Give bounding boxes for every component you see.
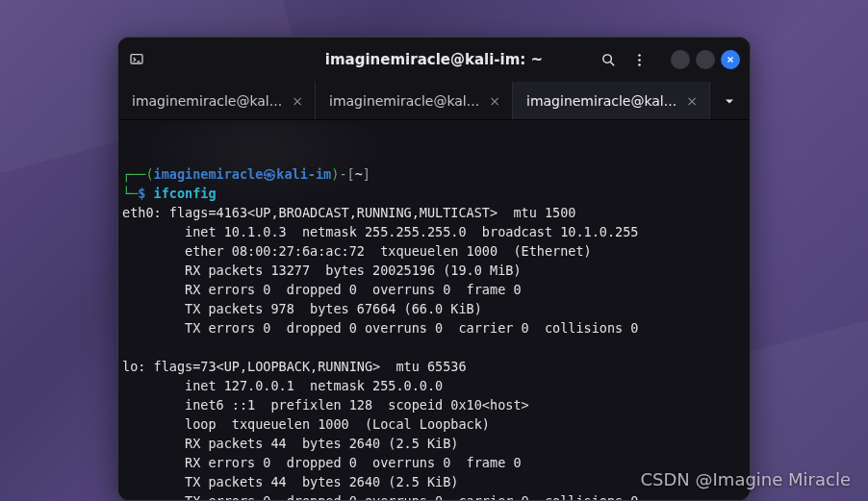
terminal-window: imaginemiracle@kali-im: ~ imaginemiracle…	[117, 37, 751, 501]
output-line: eth0: flags=4163<UP,BROADCAST,RUNNING,MU…	[122, 205, 575, 220]
tab-close-icon[interactable]: ×	[288, 93, 307, 109]
svg-point-2	[638, 54, 641, 57]
prompt-char: $	[138, 186, 145, 201]
output-line: RX packets 13277 bytes 20025196 (19.0 Mi…	[122, 263, 522, 278]
output-line: loop txqueuelen 1000 (Local Loopback)	[122, 416, 490, 432]
tab-3[interactable]: imaginemiracle@kal... ×	[513, 82, 710, 119]
svg-point-3	[638, 59, 641, 62]
minimize-button[interactable]	[671, 50, 690, 69]
new-tab-button[interactable]	[710, 82, 749, 119]
output-line: RX errors 0 dropped 0 overruns 0 frame 0	[122, 455, 522, 470]
svg-rect-0	[131, 55, 142, 63]
output-line: TX packets 44 bytes 2640 (2.5 KiB)	[122, 474, 459, 489]
output-line: inet 10.1.0.3 netmask 255.255.255.0 broa…	[122, 224, 638, 239]
tab-close-icon[interactable]: ×	[485, 93, 504, 109]
terminal-output[interactable]: ┌──(imaginemiracle㉿kali-im)-[~] └─$ ifco…	[118, 120, 750, 500]
svg-point-1	[602, 54, 611, 63]
output-line: ether 08:00:27:6a:ac:72 txqueuelen 1000 …	[122, 243, 592, 259]
output-line: RX errors 0 dropped 0 overruns 0 frame 0	[122, 282, 522, 297]
svg-point-4	[638, 63, 641, 66]
close-button[interactable]	[721, 50, 740, 69]
output-line: inet6 ::1 prefixlen 128 scopeid 0x10<hos…	[122, 397, 529, 413]
search-icon[interactable]	[600, 51, 617, 68]
prompt-host: kali-im	[276, 166, 331, 182]
tab-2[interactable]: imaginemiracle@kal... ×	[316, 82, 513, 119]
prompt-cwd: ~	[355, 166, 363, 182]
output-line: TX errors 0 dropped 0 overruns 0 carrier…	[122, 320, 638, 336]
prompt-sep: ㉿	[263, 166, 276, 182]
maximize-button[interactable]	[696, 50, 715, 69]
tab-close-icon[interactable]: ×	[682, 93, 702, 109]
window-controls	[671, 50, 740, 69]
menu-icon[interactable]	[630, 51, 648, 68]
tab-label: imaginemiracle@kal...	[526, 93, 677, 109]
tab-1[interactable]: imaginemiracle@kal... ×	[118, 82, 316, 119]
output-line: inet 127.0.0.1 netmask 255.0.0.0	[122, 378, 443, 393]
titlebar[interactable]: imaginemiracle@kali-im: ~	[118, 38, 750, 82]
command-text: ifconfig	[154, 186, 217, 201]
prompt-user: imaginemiracle	[154, 166, 264, 182]
tab-label: imaginemiracle@kal...	[132, 93, 282, 109]
output-line: RX packets 44 bytes 2640 (2.5 KiB)	[122, 436, 459, 451]
tab-bar: imaginemiracle@kal... × imaginemiracle@k…	[118, 82, 750, 120]
prompt-bracket: -[	[339, 166, 354, 182]
output-line: TX errors 0 dropped 0 overruns 0 carrier…	[122, 493, 638, 500]
output-line: TX packets 978 bytes 67664 (66.0 KiB)	[122, 301, 482, 316]
prompt-open: (	[145, 166, 153, 182]
output-line: lo: flags=73<UP,LOOPBACK,RUNNING> mtu 65…	[122, 359, 467, 374]
prompt-bracket-close: ]	[363, 166, 370, 182]
tab-label: imaginemiracle@kal...	[329, 93, 479, 109]
app-icon	[128, 51, 145, 68]
